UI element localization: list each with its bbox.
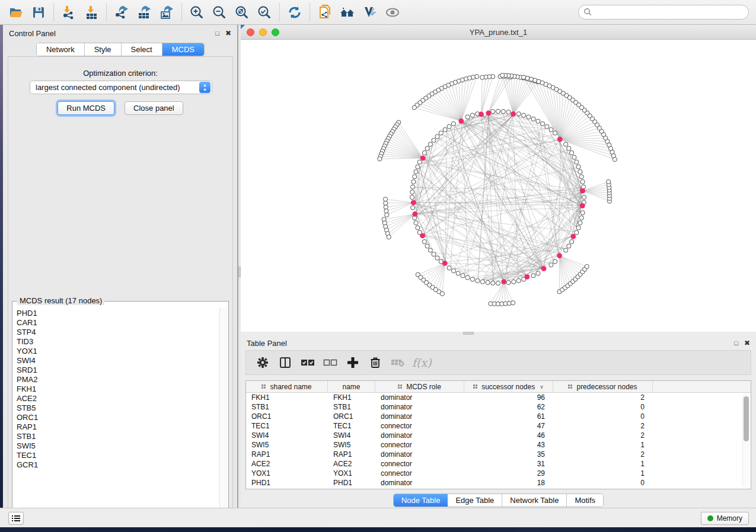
tab-node-table[interactable]: Node Table <box>394 494 448 507</box>
ring-node[interactable] <box>422 150 426 155</box>
ring-node[interactable] <box>435 134 439 139</box>
table-cell[interactable]: 31 <box>464 459 553 469</box>
ring-node[interactable] <box>432 252 436 257</box>
table-cell[interactable]: SWI4 <box>328 431 375 440</box>
table-cell[interactable]: 2 <box>553 450 653 459</box>
table-cell[interactable]: TEC1 <box>328 421 375 431</box>
table-cell[interactable]: dominator <box>375 412 464 421</box>
mcds-node-item[interactable]: ACE2 <box>17 394 219 403</box>
column-header-predecessor-nodes[interactable]: predecessor nodes <box>553 381 653 392</box>
mcds-hub-node[interactable] <box>442 261 448 266</box>
table-row[interactable]: STB1STB1dominator620 <box>246 402 751 412</box>
ring-node[interactable] <box>414 169 418 174</box>
mcds-node-item[interactable]: CAR1 <box>17 318 219 328</box>
mcds-hub-node[interactable] <box>411 200 416 206</box>
table-row[interactable]: TEC1TEC1connector472 <box>246 421 751 431</box>
open-file-icon[interactable] <box>7 4 25 21</box>
ring-node[interactable] <box>465 115 470 119</box>
table-cell[interactable]: 43 <box>464 440 553 450</box>
leaf-node[interactable] <box>607 180 611 184</box>
table-cell[interactable]: 46 <box>464 431 553 440</box>
table-cell[interactable]: 0 <box>553 478 653 488</box>
mcds-node-item[interactable]: PHD1 <box>17 309 219 318</box>
ring-node[interactable] <box>417 160 422 164</box>
table-cell[interactable]: YOX1 <box>246 469 328 478</box>
ring-node[interactable] <box>545 124 549 129</box>
new-network-from-selection-icon[interactable] <box>316 4 334 21</box>
leaf-node[interactable] <box>383 197 387 201</box>
column-selector-icon[interactable] <box>277 354 294 371</box>
ring-node[interactable] <box>465 275 470 280</box>
ring-node[interactable] <box>439 131 443 135</box>
leaf-node[interactable] <box>384 209 388 213</box>
ring-node[interactable] <box>579 216 583 220</box>
ring-node[interactable] <box>416 226 420 230</box>
ring-node[interactable] <box>501 110 505 114</box>
ring-node[interactable] <box>575 230 579 235</box>
mcds-hub-node[interactable] <box>580 203 585 209</box>
table-cell[interactable]: STB1 <box>246 402 328 412</box>
table-cell[interactable]: SWI5 <box>328 440 375 450</box>
table-cell[interactable]: PHD1 <box>246 478 328 488</box>
tab-select[interactable]: Select <box>122 43 162 56</box>
leaf-node[interactable] <box>521 75 525 79</box>
leaf-node[interactable] <box>480 75 484 79</box>
ring-node[interactable] <box>578 221 582 225</box>
table-row[interactable]: YOX1YOX1connector291 <box>246 469 751 478</box>
ring-node[interactable] <box>432 138 436 142</box>
table-cell[interactable]: 1 <box>553 459 653 469</box>
ring-node[interactable] <box>580 211 585 215</box>
ring-node[interactable] <box>491 281 495 285</box>
ring-node[interactable] <box>476 278 480 283</box>
table-cell[interactable]: dominator <box>375 402 464 412</box>
table-cell[interactable]: ACE2 <box>246 459 328 469</box>
table-cell[interactable]: 29 <box>464 469 553 478</box>
ring-node[interactable] <box>461 274 465 278</box>
leaf-node[interactable] <box>387 235 391 239</box>
table-row[interactable]: FKH1FKH1dominator962 <box>246 393 751 402</box>
table-cell[interactable]: dominator <box>375 393 464 402</box>
mcds-hub-node[interactable] <box>501 279 506 284</box>
mcds-node-item[interactable]: SWI4 <box>17 356 219 366</box>
export-network-icon[interactable] <box>113 4 130 21</box>
table-cell[interactable]: 96 <box>464 393 553 402</box>
leaf-node[interactable] <box>585 264 589 268</box>
session-home-icon[interactable] <box>339 4 356 21</box>
ring-node[interactable] <box>564 142 568 146</box>
ring-node[interactable] <box>456 271 460 275</box>
table-cell[interactable]: PHD1 <box>328 478 375 488</box>
export-image-icon[interactable] <box>158 4 176 21</box>
close-panel-icon[interactable]: ✖ <box>744 339 750 347</box>
ring-node[interactable] <box>549 263 553 267</box>
network-canvas[interactable] <box>241 40 756 332</box>
mcds-node-item[interactable]: ORC1 <box>17 413 219 422</box>
table-cell[interactable]: dominator <box>375 478 464 488</box>
ring-node[interactable] <box>506 110 511 114</box>
mcds-hub-node[interactable] <box>486 111 491 116</box>
mcds-hub-node[interactable] <box>420 233 425 239</box>
table-cell[interactable]: 47 <box>464 421 553 431</box>
ring-node[interactable] <box>540 121 544 126</box>
table-cell[interactable]: connector <box>375 469 464 478</box>
column-header-shared-name[interactable]: shared name <box>246 381 328 392</box>
ring-node[interactable] <box>506 280 511 284</box>
ring-node[interactable] <box>569 150 573 155</box>
visual-styles-icon[interactable] <box>361 4 379 21</box>
table-cell[interactable]: RAP1 <box>246 450 328 459</box>
ring-node[interactable] <box>470 277 474 281</box>
ring-node[interactable] <box>447 124 451 129</box>
tab-style[interactable]: Style <box>85 43 122 56</box>
table-cell[interactable]: ORC1 <box>328 412 375 421</box>
column-header-successor-nodes[interactable]: successor nodes∨ <box>464 381 553 392</box>
table-cell[interactable]: dominator <box>375 431 464 440</box>
leaf-node[interactable] <box>511 301 515 305</box>
zoom-selected-icon[interactable] <box>256 4 273 21</box>
mcds-node-item[interactable]: STP4 <box>17 328 219 337</box>
mcds-hub-node[interactable] <box>557 137 563 142</box>
table-row[interactable]: SWI5SWI5connector431 <box>246 440 751 450</box>
memory-button[interactable]: Memory <box>701 512 749 525</box>
mcds-node-item[interactable]: PMA2 <box>17 375 219 384</box>
column-header-name[interactable]: name <box>328 381 375 392</box>
table-cell[interactable]: 2 <box>553 431 653 440</box>
ring-node[interactable] <box>428 142 432 146</box>
